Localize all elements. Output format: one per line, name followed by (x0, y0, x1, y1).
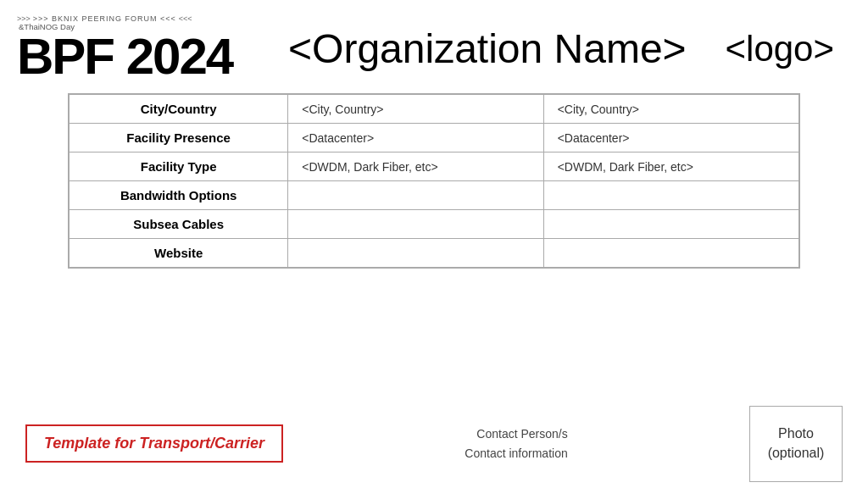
contact-line1: Contact Person/s (465, 424, 567, 443)
row-col2-1: <Datacenter> (543, 124, 798, 152)
table-row: Facility Type<DWDM, Dark Fiber, etc><DWD… (70, 152, 799, 181)
arrows-right-icon: <<< (179, 15, 192, 23)
photo-label: Photo(optional) (768, 424, 825, 463)
row-col2-0: <City, Country> (543, 95, 798, 124)
table-row: Bandwidth Options (70, 181, 799, 210)
row-col2-2: <DWDM, Dark Fiber, etc> (543, 152, 798, 181)
row-label-0: City/Country (70, 95, 288, 124)
row-col2-3 (543, 181, 798, 210)
row-col1-5 (288, 239, 543, 268)
row-label-1: Facility Presence (70, 124, 288, 152)
logo-placeholder: <logo> (726, 29, 834, 69)
row-col2-5 (543, 239, 798, 268)
row-col1-1: <Datacenter> (288, 124, 543, 152)
row-label-5: Website (70, 239, 288, 268)
table-row: City/Country<City, Country><City, Countr… (70, 95, 799, 124)
bpf-logo: >>> >>> BKNIX PEERING FORUM <<< <<< &Tha… (17, 15, 232, 83)
row-col1-3 (288, 181, 543, 210)
table-row: Website (70, 239, 799, 268)
row-col2-4 (543, 210, 798, 239)
row-col1-2: <DWDM, Dark Fiber, etc> (288, 152, 543, 181)
row-label-4: Subsea Cables (70, 210, 288, 239)
row-col1-0: <City, Country> (288, 95, 543, 124)
row-col1-4 (288, 210, 543, 239)
footer: Template for Transport/Carrier Contact P… (0, 403, 868, 488)
photo-box: Photo(optional) (749, 406, 843, 482)
table-row: Subsea Cables (70, 210, 799, 239)
contact-area: Contact Person/s Contact information (465, 424, 567, 463)
template-label: Template for Transport/Carrier (25, 424, 283, 463)
row-label-2: Facility Type (70, 152, 288, 181)
header: >>> >>> BKNIX PEERING FORUM <<< <<< &Tha… (0, 0, 868, 93)
bpf-main-logo: BPF 2024 (17, 31, 232, 82)
row-label-3: Bandwidth Options (70, 181, 288, 210)
contact-line2: Contact information (465, 444, 567, 463)
org-name: <Organization Name> (232, 25, 725, 72)
table-row: Facility Presence<Datacenter><Datacenter… (70, 124, 799, 152)
info-table: City/Country<City, Country><City, Countr… (68, 93, 800, 269)
